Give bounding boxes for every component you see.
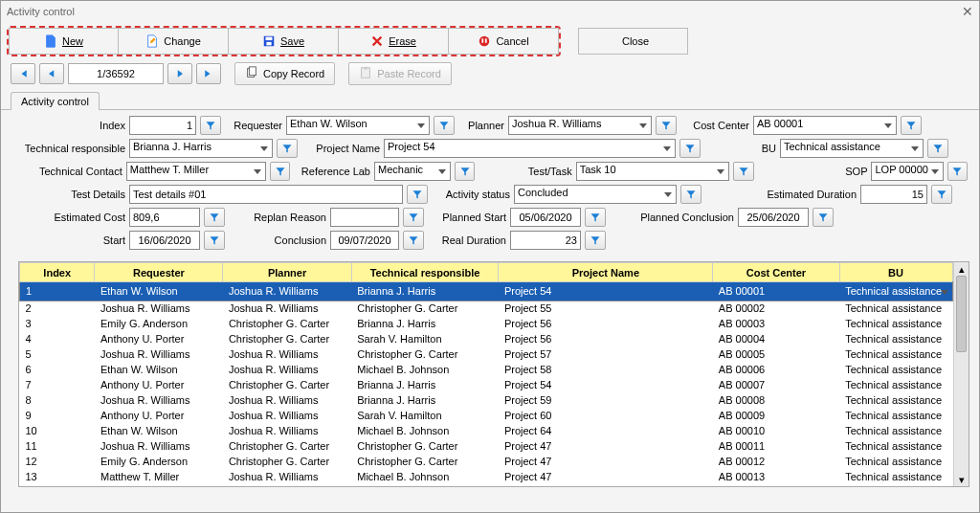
bu-filter-button[interactable] [927, 139, 948, 158]
index-filter-button[interactable] [200, 116, 221, 135]
planned-conclusion-filter-button[interactable] [813, 208, 834, 227]
lbl-test-task: Test/Task [479, 166, 571, 177]
svg-rect-7 [249, 67, 256, 76]
window-close-button[interactable]: ✕ [962, 4, 973, 19]
grid-header[interactable]: Technical responsible [351, 263, 499, 282]
sop-filter-button[interactable] [947, 162, 968, 181]
test-details-filter-button[interactable] [407, 185, 428, 204]
lbl-replan-reason: Replan Reason [229, 212, 326, 223]
grid-header[interactable]: Planner [223, 263, 351, 282]
table-row[interactable]: 10Ethan W. WilsonJoshua R. WilliamsMicha… [20, 424, 953, 439]
lbl-real-duration: Real Duration [428, 234, 506, 246]
table-row[interactable]: 5Joshua R. WilliamsJoshua R. WilliamsChr… [20, 347, 953, 363]
replan-reason-filter-button[interactable] [403, 208, 424, 227]
replan-reason-input[interactable] [330, 208, 399, 227]
sop-select[interactable]: LOP 00000 [871, 162, 943, 181]
cancel-button[interactable]: Cancel [449, 28, 559, 55]
erase-icon [370, 34, 384, 48]
tab-activity-control[interactable]: Activity control [11, 92, 100, 110]
planner-filter-button[interactable] [656, 116, 677, 135]
tech-resp-select[interactable]: Brianna J. Harris [129, 139, 273, 158]
requester-select[interactable]: Ethan W. Wilson [286, 116, 430, 135]
test-task-select[interactable]: Task 10 [576, 162, 730, 181]
grid-header[interactable]: Cost Center [713, 263, 839, 282]
change-button[interactable]: Change [119, 28, 229, 55]
ref-lab-filter-button[interactable] [455, 162, 475, 181]
lbl-est-cost: Estimated Cost [12, 212, 125, 223]
table-row[interactable]: 13Matthew T. MillerJoshua R. WilliamsMic… [20, 470, 953, 485]
tech-contact-select[interactable]: Matthew T. Miller [126, 162, 266, 181]
planned-conclusion-input[interactable] [738, 208, 809, 227]
table-row[interactable]: 7Anthony U. PorterChristopher G. CarterB… [20, 378, 953, 393]
scroll-thumb[interactable] [956, 276, 967, 352]
requester-filter-button[interactable] [434, 116, 455, 135]
grid-header[interactable]: BU [839, 263, 952, 282]
conclusion-input[interactable] [330, 231, 399, 250]
table-row[interactable]: 8Joshua R. WilliamsJoshua R. WilliamsBri… [20, 393, 953, 409]
copy-record-button[interactable]: Copy Record [234, 62, 335, 85]
grid-header[interactable]: Index [20, 263, 95, 282]
activity-status-select[interactable]: Concluded [514, 185, 677, 204]
grid-table[interactable]: IndexRequesterPlannerTechnical responsib… [19, 262, 953, 486]
est-duration-filter-button[interactable] [931, 185, 952, 204]
table-row[interactable]: 14Joshua R. WilliamsJoshua R. WilliamsEm… [20, 485, 953, 487]
lbl-cost-center: Cost Center [680, 120, 749, 131]
table-row[interactable]: 9Anthony U. PorterJoshua R. WilliamsSara… [20, 409, 953, 424]
table-row[interactable]: 11Joshua R. WilliamsChristopher G. Carte… [20, 439, 953, 455]
lbl-project-name: Project Name [301, 143, 380, 154]
erase-button[interactable]: Erase [339, 28, 449, 55]
main-toolbar: New Change Save Erase Cancel Close [1, 22, 979, 60]
pager-prev-button[interactable] [39, 63, 64, 84]
est-cost-input[interactable] [129, 208, 200, 227]
start-input[interactable] [129, 231, 200, 250]
lbl-activity-status: Activity status [432, 189, 510, 200]
test-details-input[interactable] [129, 185, 403, 204]
tech-resp-filter-button[interactable] [277, 139, 298, 158]
save-button[interactable]: Save [229, 28, 339, 55]
tech-contact-filter-button[interactable] [270, 162, 290, 181]
grid-scrollbar[interactable]: ▴ ▾ [953, 262, 969, 486]
cost-center-select[interactable]: AB 00001 [753, 116, 897, 135]
real-duration-input[interactable] [510, 231, 581, 250]
table-row[interactable]: 2Joshua R. WilliamsJoshua R. WilliamsChr… [20, 301, 953, 317]
table-row[interactable]: 1Ethan W. WilsonJoshua R. WilliamsBriann… [20, 282, 953, 301]
index-input[interactable] [129, 116, 196, 135]
copy-icon [245, 66, 258, 81]
lbl-ref-lab: Reference Lab [294, 166, 370, 177]
est-cost-filter-button[interactable] [204, 208, 225, 227]
grid-header[interactable]: Project Name [499, 263, 713, 282]
svg-rect-2 [266, 42, 271, 46]
scroll-down-icon[interactable]: ▾ [954, 473, 969, 486]
planner-select[interactable]: Joshua R. Williams [508, 116, 652, 135]
bu-select[interactable]: Technical assistance [780, 139, 924, 158]
table-row[interactable]: 4Anthony U. PorterChristopher G. CarterS… [20, 332, 953, 347]
close-button[interactable]: Close [578, 28, 688, 55]
test-task-filter-button[interactable] [733, 162, 753, 181]
pager-last-button[interactable] [196, 63, 221, 84]
start-filter-button[interactable] [204, 231, 225, 250]
pager-row: 1/36592 Copy Record Paste Record [1, 60, 979, 91]
project-name-select[interactable]: Project 54 [384, 139, 676, 158]
scroll-up-icon[interactable]: ▴ [954, 262, 969, 276]
table-row[interactable]: 12Emily G. AndersonChristopher G. Carter… [20, 455, 953, 470]
lbl-conclusion: Conclusion [229, 234, 326, 246]
cost-center-filter-button[interactable] [901, 116, 922, 135]
paste-record-button[interactable]: Paste Record [348, 62, 452, 85]
activity-status-filter-button[interactable] [680, 185, 702, 204]
grid-header[interactable]: Requester [95, 263, 223, 282]
ref-lab-select[interactable]: Mechanic [374, 162, 451, 181]
table-row[interactable]: 6Ethan W. WilsonJoshua R. WilliamsMichae… [20, 363, 953, 378]
planned-start-filter-button[interactable] [585, 208, 606, 227]
pager-next-button[interactable] [167, 63, 192, 84]
planned-start-input[interactable] [510, 208, 581, 227]
conclusion-filter-button[interactable] [403, 231, 424, 250]
new-button[interactable]: New [9, 28, 119, 55]
project-name-filter-button[interactable] [679, 139, 701, 158]
lbl-sop: SOP [758, 166, 868, 177]
pager-first-button[interactable] [11, 63, 35, 84]
est-duration-input[interactable] [860, 185, 927, 204]
app-window: Activity control ✕ New Change Save Erase [0, 0, 980, 513]
lbl-test-details: Test Details [12, 189, 125, 200]
table-row[interactable]: 3Emily G. AndersonChristopher G. CarterB… [20, 317, 953, 332]
real-duration-filter-button[interactable] [585, 231, 606, 250]
